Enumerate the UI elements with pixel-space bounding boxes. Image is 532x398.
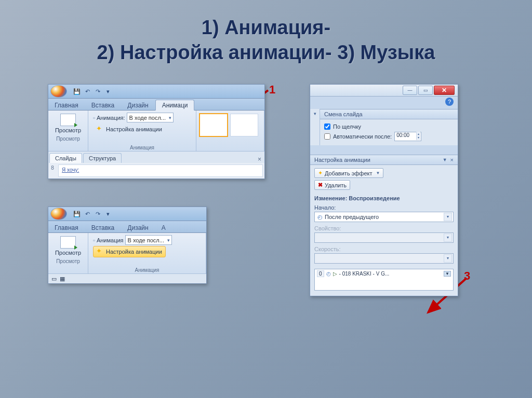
animation-combo[interactable]: В ходе посл...	[127, 113, 174, 122]
screenshot-panel-1: 💾 ↶ ↷ ▾ Главная Вставка Дизайн Анимаци П…	[48, 84, 265, 179]
clock-icon: ◴	[317, 214, 323, 221]
animation-combo[interactable]: В ходе посл...	[125, 235, 172, 245]
save-icon[interactable]: 💾	[72, 209, 82, 218]
tab-design[interactable]: Дизайн	[121, 223, 155, 232]
redo-icon[interactable]: ↷	[93, 87, 102, 96]
effect-item[interactable]: 0 ◴ ▷ - 018 KRASKI - V G... ▼	[315, 269, 453, 278]
star-icon	[97, 248, 104, 255]
undo-icon[interactable]: ↶	[83, 87, 92, 96]
tab-insert[interactable]: Вставка	[85, 100, 122, 110]
minimize-button[interactable]: —	[403, 86, 417, 95]
transition-header: Смена слайда	[320, 109, 458, 119]
auto-after-checkbox[interactable]: Автоматически после: 00:00	[324, 131, 454, 142]
animation-pane-header: Настройка анимации ▼ ×	[310, 155, 458, 165]
maximize-button[interactable]: ▭	[418, 86, 433, 95]
screenshot-panel-2: 💾 ↶ ↷ ▾ Главная Вставка Дизайн А Просмот…	[48, 207, 207, 284]
pane-close-icon[interactable]: ×	[450, 157, 454, 163]
start-combo[interactable]: ◴ После предыдущего ▾	[314, 212, 454, 222]
collapse-arrow-icon[interactable]: ▾	[310, 109, 320, 145]
change-heading: Изменение: Воспроизведение	[314, 195, 454, 201]
undo-icon[interactable]: ↶	[83, 209, 92, 218]
tab-animation[interactable]: Анимаци	[155, 100, 195, 111]
pane-menu-icon[interactable]: ▼	[443, 157, 447, 162]
add-effect-button[interactable]: ✦ Добавить эффект ▼	[314, 168, 383, 178]
screenshot-panel-3: — ▭ ✕ ? ▾ Смена слайда По щелчку Автомат…	[310, 84, 458, 296]
no-animation-icon: ▫	[93, 237, 95, 243]
view-normal-icon[interactable]: ▭	[51, 276, 57, 282]
save-icon[interactable]: 💾	[72, 87, 82, 96]
office-button[interactable]	[50, 85, 67, 98]
preview-button[interactable]: Просмотр	[51, 235, 85, 257]
transition-none[interactable]	[199, 113, 228, 137]
custom-animation-button[interactable]: Настройка анимации	[93, 123, 166, 135]
slide-title: 1) Анимация- 2) Настройка анимации- 3) М…	[0, 16, 532, 65]
speed-combo: ▾	[314, 253, 454, 264]
preview-icon	[60, 236, 76, 249]
close-button[interactable]: ✕	[434, 86, 455, 95]
effect-list[interactable]: 0 ◴ ▷ - 018 KRASKI - V G... ▼	[314, 269, 454, 291]
qat-dropdown-icon[interactable]: ▾	[103, 209, 113, 218]
effect-item-menu[interactable]: ▼	[444, 271, 451, 277]
preview-button[interactable]: Просмотр	[51, 112, 85, 135]
star-icon	[97, 126, 104, 133]
slide-number: 8	[48, 163, 57, 179]
transition-gallery[interactable]	[196, 111, 264, 140]
tab-home[interactable]: Главная	[48, 100, 85, 110]
window-controls: — ▭ ✕	[310, 85, 458, 97]
slide-thumbnail[interactable]: Я хочу:	[58, 164, 263, 177]
quick-access-toolbar-2: 💾 ↶ ↷ ▾	[48, 207, 206, 221]
clock-icon: ◴	[326, 271, 331, 277]
custom-animation-button-hover[interactable]: Настройка анимации	[93, 246, 166, 257]
preview-icon	[60, 114, 76, 126]
remove-icon: ✖	[318, 182, 323, 188]
property-label: Свойство:	[314, 225, 454, 231]
tab-insert[interactable]: Вставка	[85, 223, 122, 232]
quick-access-toolbar: 💾 ↶ ↷ ▾	[48, 85, 264, 99]
help-icon[interactable]: ?	[445, 98, 454, 106]
remove-button[interactable]: ✖ Удалить	[314, 180, 350, 190]
slides-tab[interactable]: Слайды	[49, 153, 82, 163]
callout-3: 3	[464, 269, 470, 283]
start-label: Начало:	[314, 204, 454, 211]
property-combo: ▾	[314, 232, 454, 243]
no-animation-icon: ▫	[93, 115, 95, 121]
add-effect-icon: ✦	[318, 170, 323, 176]
tab-animation-cut[interactable]: А	[155, 223, 172, 232]
outline-tab[interactable]: Структура	[83, 153, 122, 163]
auto-time-spinner[interactable]: 00:00	[394, 132, 421, 141]
on-click-checkbox[interactable]: По щелчку	[324, 122, 454, 131]
tab-design[interactable]: Дизайн	[121, 100, 155, 110]
tab-home[interactable]: Главная	[48, 223, 85, 232]
qat-dropdown-icon[interactable]: ▾	[103, 87, 113, 96]
transition-item[interactable]	[230, 114, 258, 136]
speed-label: Скорость:	[314, 246, 454, 252]
play-icon: ▷	[333, 271, 337, 277]
redo-icon[interactable]: ↷	[93, 209, 102, 218]
callout-1: 1	[269, 83, 275, 97]
close-pane-icon[interactable]: ×	[258, 156, 261, 163]
view-sorter-icon[interactable]: ▦	[60, 276, 65, 282]
office-button[interactable]	[50, 208, 67, 220]
